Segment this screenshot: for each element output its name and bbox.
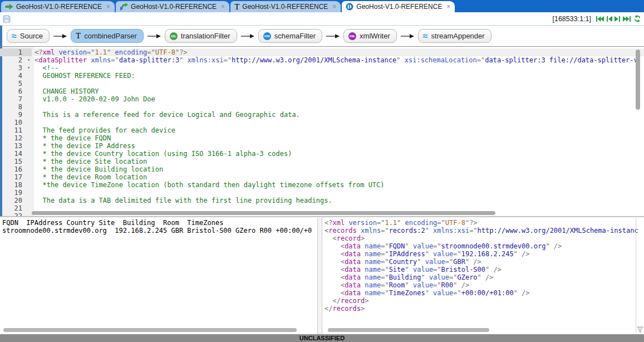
app-window: GeoHost-V1.0-REFERENCE×GeoHost-V1.0-REFE… <box>0 0 644 342</box>
pipeline-arrow-icon <box>400 33 415 40</box>
code-line[interactable]: * the device Building location <box>32 165 644 173</box>
tab-label: GeoHost-V1.0-REFERENCE <box>242 3 328 11</box>
tab-close-icon[interactable]: × <box>106 3 110 10</box>
line-number: 7 <box>0 95 32 103</box>
editor-line: 1<?xml version="1.1" encoding="UTF-8"?> <box>0 48 644 56</box>
code-line[interactable]: CHANGE HISTORY <box>32 87 644 95</box>
code-line[interactable]: * the device FQDN <box>32 134 644 142</box>
filter-icon[interactable] <box>637 326 643 333</box>
output-pane[interactable]: <?xml version="1.1" encoding="UTF-8"?><r… <box>322 218 644 334</box>
pipeline-element-translationFilter[interactable]: XSLtranslationFilter <box>165 29 237 43</box>
output-line-text[interactable]: <?xml version="1.1" encoding="UTF-8"?> <box>325 219 478 227</box>
code-line[interactable]: * the device Room location <box>32 173 644 181</box>
refresh-icon[interactable] <box>633 15 641 22</box>
output-line-text[interactable]: <data name="IPAddress" value="192.168.2.… <box>325 250 530 258</box>
code-line[interactable]: <?xml version="1.1" encoding="UTF-8"?> <box>32 48 644 56</box>
code-line[interactable]: GEOHOST REFERENCE FEED: <box>32 72 644 80</box>
pipeline-element-schemaFilter[interactable]: XSDschemaFilter <box>258 29 322 43</box>
input-data: FQDN IPAddress Country Site Building Roo… <box>2 219 317 234</box>
stepping-controls <box>596 15 641 22</box>
code-line[interactable] <box>32 103 644 111</box>
tab-3[interactable]: TGeoHost-V1.0-REFERENCE× <box>230 1 341 12</box>
editor-line: 7 v1.0.0 - 2020-02-09 John Doe <box>0 95 644 103</box>
output-line-text[interactable]: <data name="Country" value="GBR" /> <box>325 258 481 266</box>
code-line[interactable]: *the device TimeZone location (both stan… <box>32 181 644 189</box>
feed-icon <box>5 3 13 11</box>
code-line[interactable]: <dataSplitter xmlns="data-splitter:3" xm… <box>32 56 644 64</box>
pipeline-icon <box>120 3 128 11</box>
editor-line: 14 * the device Country location (using … <box>0 150 644 158</box>
code-line[interactable] <box>32 189 644 197</box>
line-number: 3▾ <box>0 64 32 72</box>
line-number: 18 <box>0 181 32 189</box>
line-number: 20 <box>0 197 32 204</box>
output-line-text[interactable]: <data name="TimeZones" value="+00:00/+01… <box>325 289 530 297</box>
code-line[interactable]: This is a reference feed for device Logi… <box>32 111 644 119</box>
input-pane[interactable]: FQDN IPAddress Country Site Building Roo… <box>0 218 317 334</box>
editor-line: 2▾<dataSplitter xmlns="data-splitter:3" … <box>0 56 644 64</box>
save-icon[interactable] <box>3 15 11 23</box>
output-line-text[interactable]: <data name="Site" value="Bristol-S00" /> <box>325 266 502 273</box>
step-first-icon[interactable] <box>596 16 604 22</box>
editor-line: 19 <box>0 189 644 197</box>
line-number: 16 <box>0 165 32 173</box>
tab-close-icon[interactable]: × <box>446 3 450 10</box>
tab-2[interactable]: GeoHost-V1.0-REFERENCE× <box>116 1 229 12</box>
editor-vertical-scrollbar[interactable] <box>636 50 640 110</box>
editor-line: 16 * the device Building location <box>0 165 644 173</box>
editor-line: 12 * the device FQDN <box>0 134 644 142</box>
output-line-text[interactable]: <data name="Building" value="GZero" /> <box>325 273 493 281</box>
input-line: FQDN IPAddress Country Site Building Roo… <box>2 219 317 227</box>
code-line[interactable]: The data is a TAB delimited file with th… <box>32 197 644 204</box>
tab-close-icon[interactable]: × <box>332 3 336 10</box>
step-forward-icon[interactable] <box>614 16 621 22</box>
step-last-icon[interactable] <box>623 16 631 22</box>
line-number: 22 <box>0 212 32 216</box>
output-line: <data name="FQDN" value="stroomnode00.st… <box>325 242 644 250</box>
pipeline-element-label: combinedParser <box>84 32 137 40</box>
fold-toggle-icon[interactable]: ▾ <box>27 64 30 72</box>
output-line-text[interactable]: <data name="Room" value="R00" /> <box>325 281 469 289</box>
output-line-text[interactable]: <data name="FQDN" value="stroomnode00.st… <box>325 242 562 250</box>
step-backward-icon[interactable] <box>606 16 612 22</box>
pipeline-element-combinedParser[interactable]: TcombinedParser <box>71 29 144 43</box>
code-line[interactable]: * the device Site location <box>32 158 644 165</box>
tab-1[interactable]: GeoHost-V1.0-REFERENCE× <box>1 1 115 12</box>
output-line-text[interactable]: <record> <box>325 234 365 242</box>
code-line[interactable]: * the device Country location (using ISO… <box>32 150 644 158</box>
text-converter-icon: T <box>234 3 239 11</box>
code-line[interactable]: * the device IP Address <box>32 142 644 150</box>
stepping-icon <box>346 3 353 11</box>
tab-close-icon[interactable]: × <box>221 3 225 10</box>
vertical-splitter[interactable] <box>317 218 322 334</box>
output-line: <record> <box>325 234 644 242</box>
classification-label: UNCLASSIFIED <box>299 335 345 341</box>
output-line: <data name="Building" value="GZero" /> <box>325 273 644 281</box>
xml-editor[interactable]: 1<?xml version="1.1" encoding="UTF-8"?>2… <box>0 47 644 216</box>
code-line[interactable] <box>32 119 644 126</box>
editor-lines: 1<?xml version="1.1" encoding="UTF-8"?>2… <box>0 47 644 216</box>
input-horizontal-scrollbar[interactable] <box>3 328 297 332</box>
fold-toggle-icon[interactable]: ▾ <box>27 56 30 64</box>
output-line-text[interactable]: <records xmlns="records:2" xmlns:xsi="ht… <box>325 227 638 234</box>
xml-icon: XML <box>348 32 356 40</box>
output-horizontal-scrollbar[interactable] <box>328 328 489 332</box>
line-number: 5 <box>0 80 32 87</box>
code-line[interactable]: v1.0.0 - 2020-02-09 John Doe <box>32 95 644 103</box>
line-number: 17 <box>0 173 32 181</box>
pipeline-element-Source[interactable]: ≈Source <box>7 29 50 43</box>
output-line-text[interactable]: </record> <box>325 297 369 305</box>
code-line[interactable]: The feed provides for each device <box>32 126 644 134</box>
editor-horizontal-scrollbar[interactable] <box>32 211 495 215</box>
code-line[interactable]: <!-- <box>32 64 644 72</box>
code-line[interactable] <box>32 80 644 87</box>
pipeline-element-streamAppender[interactable]: ≈streamAppender <box>418 29 491 43</box>
output-line: <data name="Room" value="R00" /> <box>325 281 644 289</box>
editor-line: 11 The feed provides for each device <box>0 126 644 134</box>
output-line-text[interactable]: </records> <box>325 305 365 312</box>
tab-4[interactable]: GeoHost-V1.0-REFERENCE× <box>342 1 455 12</box>
editor-line: 15 * the device Site location <box>0 158 644 165</box>
line-number: 2▾ <box>0 56 32 64</box>
pipeline-element-label: Source <box>20 32 43 40</box>
pipeline-element-xmlWriter[interactable]: XMLxmlWriter <box>343 29 397 43</box>
